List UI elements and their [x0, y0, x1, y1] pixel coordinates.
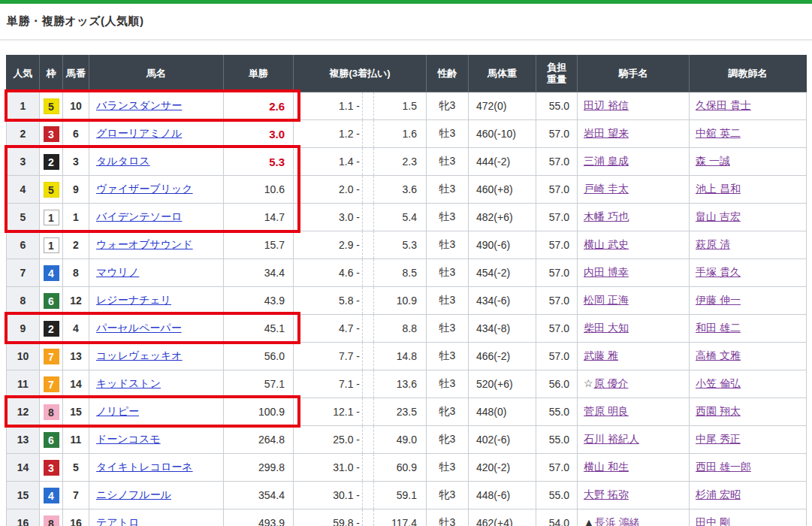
- frame-cell: 7: [40, 343, 63, 370]
- trainer-link[interactable]: 田中 剛: [696, 516, 730, 526]
- load-weight-cell: 57.0: [536, 287, 578, 315]
- horse-name-link[interactable]: バランスダンサー: [96, 99, 182, 111]
- jockey-cell: ▲長浜 鴻緒: [578, 509, 690, 526]
- horse-weight-cell: 420(-2): [469, 454, 536, 482]
- trainer-link[interactable]: 中尾 秀正: [696, 433, 741, 445]
- place-odds-cell: 4.6 - 8.5: [294, 259, 427, 287]
- trainer-link[interactable]: 西園 翔太: [696, 405, 741, 417]
- trainer-cell: 小笠 倫弘: [690, 370, 807, 398]
- jockey-link[interactable]: 田辺 裕信: [584, 99, 629, 111]
- load-weight-cell: 57.0: [536, 231, 578, 259]
- trainer-link[interactable]: 伊藤 伸一: [696, 294, 741, 306]
- frame-cell: 1: [40, 231, 63, 259]
- horse-name-link[interactable]: グローリアミノル: [96, 127, 182, 139]
- horse-name-link[interactable]: タルタロス: [96, 155, 150, 167]
- horse-name-link[interactable]: パーセルペーパー: [96, 322, 182, 334]
- jockey-link[interactable]: 大野 拓弥: [584, 488, 629, 500]
- place-odds-divider: [362, 454, 374, 481]
- trainer-link[interactable]: 池上 昌和: [696, 183, 741, 195]
- jockey-link[interactable]: 戸崎 圭太: [584, 183, 629, 195]
- place-odds-divider: [362, 259, 374, 286]
- place-odds-cell: 25.0 - 49.0: [294, 426, 427, 454]
- title-divider: [0, 39, 812, 41]
- place-odds-high: 1.5: [374, 92, 426, 119]
- popularity-cell: 1: [7, 92, 40, 120]
- place-odds-low: 59.8 -: [294, 509, 362, 526]
- frame-cell: 4: [40, 482, 63, 509]
- popularity-cell: 7: [7, 259, 40, 287]
- trainer-link[interactable]: 畠山 吉宏: [696, 210, 741, 222]
- popularity-cell: 2: [7, 120, 40, 148]
- win-odds-cell: 10.6: [224, 176, 294, 204]
- sex-age-cell: 牝3: [427, 92, 469, 120]
- jockey-link[interactable]: 横山 武史: [584, 238, 629, 250]
- col-header-popularity: 人気: [7, 56, 40, 92]
- horse-name-link[interactable]: ノリピー: [96, 405, 139, 417]
- win-odds-cell: 34.4: [224, 259, 294, 287]
- frame-number-badge: 1: [44, 210, 59, 225]
- place-odds-cell: 5.8 - 10.9: [294, 287, 427, 315]
- jockey-cell: ☆原 優介: [578, 370, 690, 398]
- jockey-link[interactable]: 松岡 正海: [584, 294, 629, 306]
- place-odds-cell: 3.0 - 5.4: [294, 204, 427, 231]
- horse-name-link[interactable]: タイキトレコローネ: [96, 461, 193, 473]
- horse-name-link[interactable]: マウリノ: [96, 266, 139, 278]
- jockey-link[interactable]: 菅原 明良: [584, 405, 629, 417]
- jockey-cell: 柴田 大知: [578, 315, 690, 343]
- col-header-horse-name: 馬名: [89, 56, 224, 92]
- odds-table-wrap: 人気枠馬番馬名単勝複勝(3着払い)性齢馬体重負担重量騎手名調教師名 1 5 10…: [6, 55, 806, 526]
- place-odds-low: 1.4 -: [294, 148, 362, 175]
- jockey-link[interactable]: 武藤 雅: [584, 349, 618, 361]
- place-odds-cell: 7.1 - 13.6: [294, 370, 427, 398]
- frame-cell: 3: [40, 454, 63, 482]
- jockey-link[interactable]: 木幡 巧也: [584, 210, 629, 222]
- horse-name-link[interactable]: コッレヴェッキオ: [96, 349, 183, 361]
- jockey-link[interactable]: 柴田 大知: [584, 322, 629, 334]
- horse-number-cell: 16: [63, 509, 89, 526]
- jockey-link[interactable]: 長浜 鴻緒: [595, 516, 640, 526]
- jockey-cell: 横山 武史: [578, 231, 690, 259]
- trainer-cell: 池上 昌和: [690, 176, 807, 204]
- jockey-cell: 武藤 雅: [578, 343, 690, 370]
- trainer-cell: 森 一誠: [690, 148, 807, 176]
- horse-weight-cell: 434(-8): [469, 315, 536, 343]
- frame-number-badge: 7: [44, 349, 59, 364]
- trainer-link[interactable]: 高橋 文雅: [696, 349, 741, 361]
- win-odds-cell: 5.3: [224, 148, 294, 176]
- place-odds-low: 5.8 -: [294, 287, 362, 314]
- popularity-cell: 16: [7, 509, 40, 526]
- horse-name-link[interactable]: レジーナチェリ: [96, 294, 171, 306]
- sex-age-cell: 牝3: [427, 426, 469, 454]
- sex-age-cell: 牡3: [427, 370, 469, 398]
- trainer-link[interactable]: 杉浦 宏昭: [696, 488, 741, 500]
- horse-name-link[interactable]: キッドストン: [96, 377, 161, 389]
- jockey-link[interactable]: 三浦 皇成: [584, 155, 629, 167]
- trainer-link[interactable]: 中舘 英二: [696, 127, 741, 139]
- jockey-link[interactable]: 石川 裕紀人: [584, 433, 639, 445]
- horse-name-link[interactable]: ヴァイザーブリック: [96, 183, 193, 195]
- horse-name-link[interactable]: テアトロ: [96, 516, 139, 526]
- load-weight-cell: 57.0: [536, 120, 578, 148]
- trainer-link[interactable]: 森 一誠: [696, 155, 730, 167]
- trainer-link[interactable]: 小笠 倫弘: [696, 377, 741, 389]
- trainer-link[interactable]: 和田 雄二: [696, 322, 741, 334]
- horse-name-link[interactable]: ウォーオブサウンド: [96, 238, 193, 250]
- horse-name-link[interactable]: ニシノフルール: [96, 488, 171, 500]
- trainer-link[interactable]: 萩原 清: [696, 238, 730, 250]
- trainer-link[interactable]: 西田 雄一郎: [696, 461, 751, 473]
- load-weight-cell: 54.0: [536, 509, 578, 526]
- trainer-link[interactable]: 手塚 貴久: [696, 266, 741, 278]
- frame-cell: 1: [40, 204, 63, 231]
- trainer-link[interactable]: 久保田 貴士: [696, 99, 751, 111]
- jockey-link[interactable]: 内田 博幸: [584, 266, 629, 278]
- place-odds-divider: [362, 120, 374, 147]
- horse-name-link[interactable]: ドーンコスモ: [96, 433, 161, 445]
- jockey-link[interactable]: 原 優介: [594, 377, 629, 389]
- jockey-link[interactable]: 岩田 望来: [584, 127, 629, 139]
- jockey-link[interactable]: 横山 和生: [584, 461, 629, 473]
- place-odds-cell: 4.7 - 8.8: [294, 315, 427, 343]
- frame-number-badge: 5: [44, 98, 59, 114]
- horse-name-link[interactable]: バイデンテソーロ: [96, 210, 182, 222]
- win-odds-cell: 299.8: [224, 454, 294, 482]
- frame-number-badge: 2: [44, 321, 59, 337]
